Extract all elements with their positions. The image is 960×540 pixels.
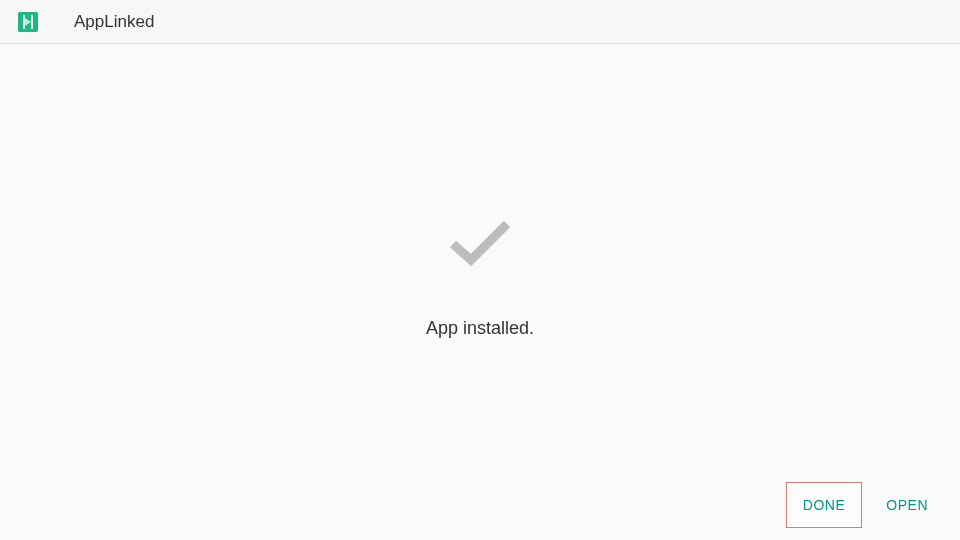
app-icon <box>18 12 38 32</box>
status-text: App installed. <box>426 318 534 339</box>
checkmark-icon <box>445 216 515 270</box>
button-bar: DONE OPEN <box>786 482 944 528</box>
app-title: AppLinked <box>74 12 154 32</box>
header-bar: AppLinked <box>0 0 960 44</box>
done-button[interactable]: DONE <box>786 482 862 528</box>
svg-rect-1 <box>23 15 25 29</box>
open-button[interactable]: OPEN <box>870 482 944 528</box>
svg-rect-2 <box>31 15 33 29</box>
content-area: App installed. <box>0 44 960 540</box>
status-icon-container <box>445 216 515 274</box>
